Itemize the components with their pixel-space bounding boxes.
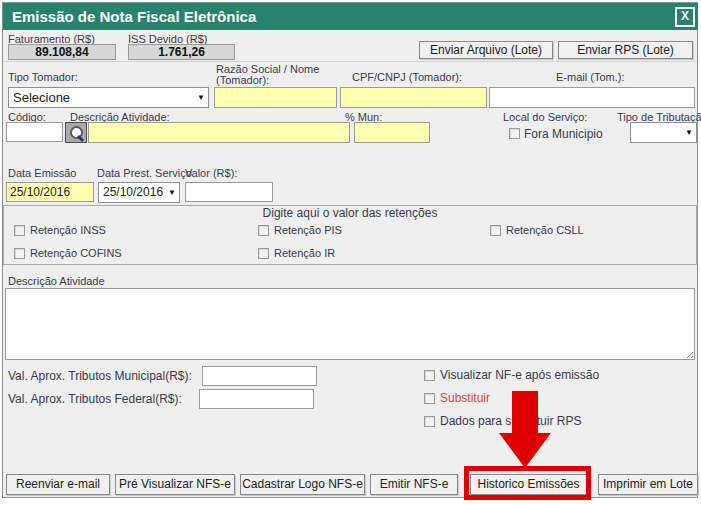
cpf-cnpj-label: CPF/CNPJ (Tomador): <box>352 71 462 83</box>
cpf-cnpj-input[interactable] <box>340 87 487 108</box>
data-emissao-input[interactable] <box>6 182 94 202</box>
retencao-cofins-label: Retenção COFINS <box>30 247 122 259</box>
close-icon[interactable]: X <box>675 7 695 27</box>
imprimir-em-lote-button[interactable]: Imprimir em Lote <box>598 474 698 495</box>
enviar-rps-lote-button[interactable]: Enviar RPS (Lote) <box>558 41 693 59</box>
historico-emissoes-button[interactable]: Historico Emissões <box>470 474 587 495</box>
data-prest-select[interactable]: 25/10/2016 ▼ <box>98 182 180 203</box>
retencao-inss-checkbox[interactable] <box>14 225 25 236</box>
pre-visualizar-nfse-button[interactable]: Pré Visualizar NFS-e <box>115 474 235 495</box>
visualizar-nfe-checkbox[interactable] <box>424 370 435 381</box>
email-input[interactable] <box>489 87 695 108</box>
section-divider <box>3 61 697 62</box>
data-emissao-label: Data Emissão <box>8 167 76 179</box>
data-prest-label: Data Prest. Serviço <box>97 167 192 179</box>
chevron-down-icon: ▼ <box>197 93 205 102</box>
retencao-ir-checkbox[interactable] <box>258 248 269 259</box>
dados-substituir-rps-label: Dados para substituir RPS <box>440 414 581 428</box>
retencao-pis-checkbox[interactable] <box>258 225 269 236</box>
substituir-label: Substituir <box>440 391 490 405</box>
email-label: E-mail (Tom.): <box>556 71 624 83</box>
tipo-tributacao-select[interactable]: ▼ <box>630 122 697 143</box>
razao-social-input[interactable] <box>214 87 337 108</box>
descricao-textarea-label: Descrição Atividade <box>8 275 105 287</box>
visualizar-nfe-label: Visualizar NF-e após emissão <box>440 368 599 382</box>
faturamento-value: 89.108,84 <box>8 44 116 60</box>
retencoes-header: Digite aqui o valor das retenções <box>3 206 697 220</box>
retencao-csll-label: Retenção CSLL <box>506 224 584 236</box>
local-servico-label: Local do Serviço: <box>503 111 587 123</box>
tipo-tomador-value: Selecione <box>13 88 70 107</box>
descricao-textarea[interactable] <box>5 288 695 360</box>
retencao-pis-label: Retenção PIS <box>274 224 342 236</box>
tributos-federal-input[interactable] <box>199 389 314 409</box>
title-bar: Emissão de Nota Fiscal Eletrônica <box>3 3 698 30</box>
tipo-tomador-label: Tipo Tomador: <box>8 71 78 83</box>
cadastrar-logo-nfse-button[interactable]: Cadastrar Logo NFS-e <box>240 474 365 495</box>
retencao-cofins-checkbox[interactable] <box>14 248 25 259</box>
valor-label: Valor (R$): <box>185 167 237 179</box>
retencao-inss-label: Retenção INSS <box>30 224 106 236</box>
tributos-municipal-label: Val. Aprox. Tributos Municipal(R$): <box>8 369 192 383</box>
substituir-checkbox[interactable] <box>424 393 435 404</box>
codigo-input[interactable] <box>6 122 63 142</box>
tributos-federal-label: Val. Aprox. Tributos Federal(R$): <box>8 392 182 406</box>
tributos-municipal-input[interactable] <box>202 366 317 386</box>
descricao-atividade-input[interactable] <box>88 122 350 143</box>
dados-substituir-rps-checkbox[interactable] <box>424 416 435 427</box>
reenviar-email-button[interactable]: Reenviar e-mail <box>6 474 110 495</box>
razao-social-label-line2: (Tomador): <box>216 74 269 86</box>
emissao-nfe-dialog: Emissão de Nota Fiscal Eletrônica X Fatu… <box>0 0 701 505</box>
tipo-tomador-select[interactable]: Selecione ▼ <box>8 87 209 108</box>
fora-municipio-checkbox[interactable] <box>509 128 520 139</box>
search-icon-handle <box>77 135 84 142</box>
valor-input[interactable] <box>185 182 273 202</box>
window-title: Emissão de Nota Fiscal Eletrônica <box>3 3 698 30</box>
chevron-down-icon: ▼ <box>168 188 176 197</box>
iss-devido-value: 1.761,26 <box>128 44 235 60</box>
fora-municipio-label: Fora Municipio <box>524 127 603 141</box>
search-activity-button[interactable] <box>65 122 87 143</box>
enviar-arquivo-lote-button[interactable]: Enviar Arquivo (Lote) <box>419 41 553 59</box>
chevron-down-icon: ▼ <box>685 128 693 137</box>
percent-mun-input[interactable] <box>354 122 430 143</box>
data-prest-value: 25/10/2016 <box>103 183 163 202</box>
retencao-csll-checkbox[interactable] <box>490 225 501 236</box>
emitir-nfse-button[interactable]: Emitir NFS-e <box>370 474 458 495</box>
retencao-ir-label: Retenção IR <box>274 247 335 259</box>
